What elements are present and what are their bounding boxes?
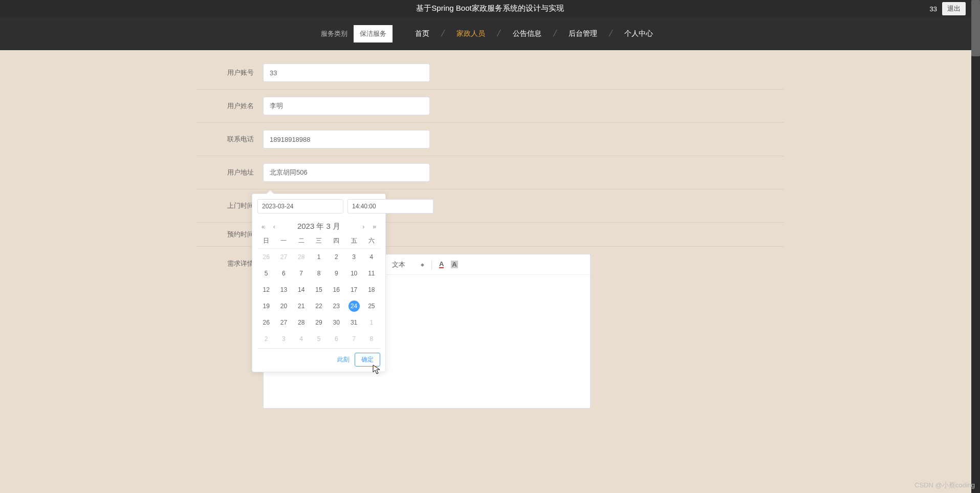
category-label: 服务类别 [315, 29, 354, 38]
weekday: 五 [345, 237, 362, 245]
next-month-icon[interactable]: › [360, 223, 366, 230]
weekday: 二 [293, 237, 310, 245]
watermark: CSDN @小蔡coding [914, 481, 975, 490]
confirm-button[interactable]: 确定 [355, 353, 380, 367]
day-cell[interactable]: 20 [275, 298, 292, 314]
next-year-icon[interactable]: » [371, 223, 378, 230]
app-title: 基于Spring Boot家政服务系统的设计与实现 [416, 4, 563, 13]
logout-button[interactable]: 退出 [942, 2, 966, 15]
day-cell[interactable]: 19 [257, 298, 275, 314]
day-cell[interactable]: 3 [275, 331, 292, 347]
name-input[interactable] [263, 97, 430, 115]
weekday: 三 [310, 237, 328, 245]
day-cell[interactable]: 4 [293, 331, 310, 347]
day-cell[interactable]: 7 [345, 331, 362, 347]
name-label: 用户姓名 [208, 101, 254, 111]
day-cell[interactable]: 6 [328, 331, 345, 347]
nav-item[interactable]: 家政人员 [444, 29, 497, 38]
detail-label: 需求详情 [208, 259, 254, 268]
day-cell[interactable]: 1 [310, 249, 328, 265]
prev-year-icon[interactable]: « [259, 223, 267, 230]
day-cell[interactable]: 28 [293, 314, 310, 331]
nav-bar: 服务类别 保洁服务 首页/家政人员/公告信息/后台管理/个人中心 [0, 17, 980, 50]
weekday: 四 [328, 237, 345, 245]
nav-item[interactable]: 后台管理 [556, 29, 609, 38]
day-cell[interactable]: 31 [345, 314, 362, 331]
top-bar: 基于Spring Boot家政服务系统的设计与实现 33 退出 [0, 0, 980, 17]
weekday: 日 [257, 237, 275, 245]
row-account: 用户账号 [197, 56, 783, 90]
day-cell[interactable]: 29 [310, 314, 328, 331]
content-area: 用户账号 用户姓名 联系电话 用户地址 上门时间 预约时间 需求详情 [0, 50, 980, 493]
day-cell[interactable]: 7 [293, 265, 310, 282]
bg-color-icon[interactable]: A [451, 261, 458, 268]
weekday: 六 [363, 237, 380, 245]
weekday-row: 日一二三四五六 [257, 237, 380, 249]
day-cell[interactable]: 2 [328, 249, 345, 265]
font-color-icon[interactable]: A [439, 261, 444, 268]
weekday: 一 [275, 237, 292, 245]
day-cell[interactable]: 21 [293, 298, 310, 314]
user-badge: 33 [930, 5, 937, 13]
day-cell[interactable]: 28 [293, 249, 310, 265]
nav-item[interactable]: 个人中心 [612, 29, 665, 38]
day-cell[interactable]: 30 [328, 314, 345, 331]
nav-item[interactable]: 首页 [403, 29, 442, 38]
day-cell[interactable]: 26 [257, 249, 275, 265]
picker-title: 2023 年 3 月 [297, 222, 340, 231]
day-cell[interactable]: 5 [310, 331, 328, 347]
picker-header: « ‹ 2023 年 3 月 › » [257, 219, 380, 237]
day-cell[interactable]: 13 [275, 282, 292, 298]
day-cell[interactable]: 10 [345, 265, 362, 282]
day-cell[interactable]: 27 [275, 249, 292, 265]
prev-month-icon[interactable]: ‹ [271, 223, 277, 230]
text-style-select[interactable]: 文本 ◆ [392, 260, 424, 269]
scrollbar[interactable] [971, 0, 980, 493]
now-button[interactable]: 此刻 [337, 355, 350, 364]
address-label: 用户地址 [208, 168, 254, 177]
day-cell[interactable]: 23 [328, 298, 345, 314]
category-select[interactable]: 保洁服务 [354, 25, 393, 42]
day-cell[interactable]: 25 [363, 298, 380, 314]
day-cell[interactable]: 26 [257, 314, 275, 331]
picker-date-input[interactable] [257, 199, 343, 213]
account-input[interactable] [263, 63, 430, 82]
day-cell[interactable]: 14 [293, 282, 310, 298]
toolbar-separator [431, 260, 432, 269]
day-cell[interactable]: 16 [328, 282, 345, 298]
day-cell[interactable]: 22 [310, 298, 328, 314]
day-cell[interactable]: 3 [345, 249, 362, 265]
day-cell[interactable]: 9 [328, 265, 345, 282]
row-address: 用户地址 [197, 156, 783, 189]
day-cell[interactable]: 27 [275, 314, 292, 331]
phone-label: 联系电话 [208, 135, 254, 144]
days-grid: 2627281234567891011121314151617181920212… [257, 249, 380, 347]
topbar-right: 33 退出 [930, 2, 966, 15]
day-cell[interactable]: 4 [363, 249, 380, 265]
day-cell[interactable]: 2 [257, 331, 275, 347]
caret-icon: ◆ [421, 262, 424, 267]
day-cell[interactable]: 17 [345, 282, 362, 298]
day-cell[interactable]: 6 [275, 265, 292, 282]
datetime-picker: « ‹ 2023 年 3 月 › » 日一二三四五六 2627281234567… [252, 194, 386, 372]
address-input[interactable] [263, 163, 430, 182]
day-cell[interactable]: 8 [310, 265, 328, 282]
nav-item[interactable]: 公告信息 [500, 29, 554, 38]
account-label: 用户账号 [208, 68, 254, 77]
day-cell[interactable]: 8 [363, 331, 380, 347]
picker-time-input[interactable] [347, 199, 433, 213]
appoint-time-label: 预约时间 [208, 230, 254, 239]
day-cell[interactable]: 24 [345, 298, 362, 314]
phone-input[interactable] [263, 130, 430, 148]
day-cell[interactable]: 11 [363, 265, 380, 282]
visit-time-label: 上门时间 [208, 201, 254, 210]
day-cell[interactable]: 12 [257, 282, 275, 298]
row-name: 用户姓名 [197, 90, 783, 123]
scrollbar-thumb[interactable] [971, 0, 980, 56]
day-cell[interactable]: 5 [257, 265, 275, 282]
day-cell[interactable]: 1 [363, 314, 380, 331]
day-cell[interactable]: 15 [310, 282, 328, 298]
row-phone: 联系电话 [197, 123, 783, 156]
day-cell[interactable]: 18 [363, 282, 380, 298]
picker-footer: 此刻 确定 [257, 348, 380, 367]
